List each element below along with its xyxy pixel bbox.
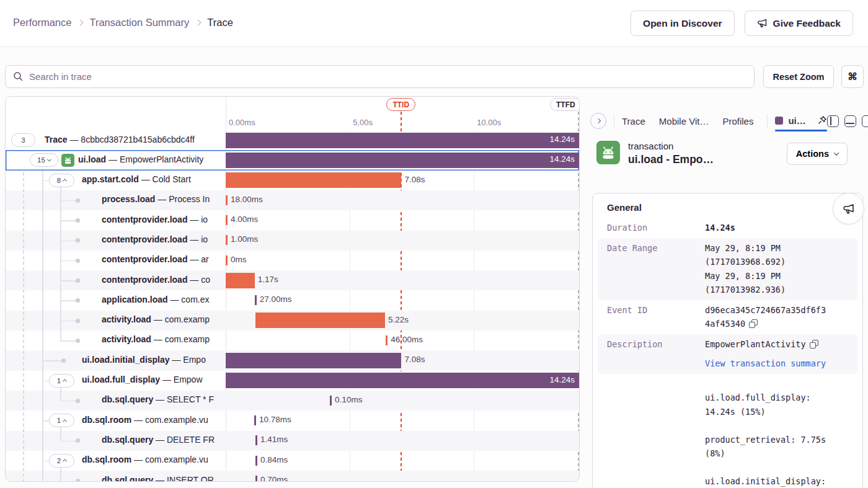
trace-row-db.sql.query[interactable]: db.sql.query — DELETE FR1.41ms — [6, 430, 579, 450]
span-tree-cell[interactable]: 8app.start.cold — Cold Start — [6, 171, 226, 190]
copy-icon[interactable] — [810, 340, 818, 348]
span-tree-cell[interactable]: ui.load.initial_display — Empo — [6, 350, 226, 370]
span-duration-bar[interactable] — [226, 373, 579, 388]
span-tree-cell[interactable]: contentprovider.load — io — [6, 230, 226, 250]
children-count-pill[interactable]: 3 — [11, 133, 35, 147]
span-waterfall-cell[interactable]: 27.00ms — [226, 290, 579, 310]
actions-button[interactable]: Actions — [787, 143, 848, 165]
span-tree-cell[interactable]: contentprovider.load — io — [6, 210, 226, 230]
tab-trace[interactable]: Trace — [622, 116, 645, 126]
trace-row-ui.load[interactable]: 15ui.load — EmpowerPlantActivity14.24s — [6, 150, 579, 170]
tab-mobile-vit-[interactable]: Mobile Vit… — [659, 116, 709, 126]
open-in-discover-button[interactable]: Open in Discover — [631, 11, 734, 36]
trace-row-activity.load[interactable]: activity.load — com.examp5.22s — [6, 311, 579, 331]
ttfd-marker-pill[interactable]: TTFD — [550, 98, 580, 111]
span-waterfall-cell[interactable]: 0.84ms — [226, 451, 579, 471]
span-tree-cell[interactable]: activity.load — com.examp — [6, 311, 226, 331]
layout-panel-bottom-icon[interactable] — [844, 115, 856, 127]
span-tree-cell[interactable]: contentprovider.load — ar — [6, 251, 226, 270]
span-waterfall-cell[interactable]: 46.00ms — [226, 331, 579, 350]
ttid-marker-pill[interactable]: TTID — [386, 98, 415, 111]
span-duration-bar[interactable] — [226, 195, 228, 205]
span-waterfall-cell[interactable]: 0.10ms — [226, 391, 579, 410]
children-count-pill[interactable]: 1 — [49, 414, 74, 427]
tab-profiles[interactable]: Profiles — [722, 116, 753, 126]
trace-row-Trace[interactable]: 3Trace — 8cbbcd38721b415ab6cbdc4ff14.24s — [6, 130, 579, 150]
span-waterfall-cell[interactable]: 14.24s — [226, 130, 579, 150]
span-duration-bar[interactable] — [226, 353, 401, 368]
children-count-pill[interactable]: 2 — [49, 454, 74, 468]
breadcrumb-performance[interactable]: Performance — [13, 17, 71, 29]
layout-sidebar-right-icon[interactable] — [862, 115, 868, 127]
trace-row-contentprovider.load[interactable]: contentprovider.load — io4.00ms — [6, 210, 579, 230]
trace-row-ui.load.initial_display[interactable]: ui.load.initial_display — Empo7.08s — [6, 350, 579, 370]
span-waterfall-cell[interactable]: 14.24s — [226, 150, 579, 170]
span-duration-bar[interactable] — [226, 235, 228, 245]
span-duration-bar[interactable] — [255, 313, 385, 328]
span-duration-bar[interactable] — [226, 153, 579, 168]
trace-row-activity.load[interactable]: activity.load — com.examp46.00ms — [6, 331, 579, 350]
trace-row-contentprovider.load[interactable]: contentprovider.load — io1.00ms — [6, 230, 579, 250]
feedback-float-button[interactable] — [833, 193, 864, 224]
trace-row-db.sql.query[interactable]: db.sql.query — SELECT * F0.10ms — [6, 391, 579, 410]
span-waterfall-cell[interactable]: 0ms — [226, 251, 579, 270]
span-duration-bar[interactable] — [226, 172, 401, 188]
span-tree-cell[interactable]: contentprovider.load — co — [6, 270, 226, 290]
span-tree-cell[interactable]: application.load — com.ex — [6, 290, 226, 310]
span-duration-bar[interactable] — [226, 133, 579, 148]
trace-row-process.load[interactable]: process.load — Process In18.00ms — [6, 190, 579, 210]
span-tree-cell[interactable]: activity.load — com.examp — [6, 331, 226, 350]
span-tree-cell[interactable]: db.sql.query — INSERT OR — [6, 471, 226, 482]
span-tree-cell[interactable]: 3Trace — 8cbbcd38721b415ab6cbdc4ff — [6, 130, 226, 150]
children-count-pill[interactable]: 15 — [30, 153, 58, 167]
span-duration-bar[interactable] — [255, 295, 257, 305]
span-waterfall-cell[interactable]: 14.24s — [226, 371, 579, 391]
trace-row-db.sql.query[interactable]: db.sql.query — INSERT OR0.70ms — [6, 471, 579, 482]
trace-row-db.sql.room[interactable]: 1db.sql.room — com.example.vu10.78ms — [6, 410, 579, 430]
span-duration-bar[interactable] — [255, 435, 257, 445]
span-tree-cell[interactable]: db.sql.query — DELETE FR — [6, 430, 226, 450]
trace-row-db.sql.room[interactable]: 2db.sql.room — com.example.vu0.84ms — [6, 451, 579, 471]
tab-ui-load-active[interactable]: ui… — [775, 115, 826, 127]
command-shortcut-button[interactable]: ⌘ — [841, 65, 864, 88]
trace-row-ui.load.full_display[interactable]: 1ui.load.full_display — Empow14.24s — [6, 371, 579, 391]
reset-zoom-button[interactable]: Reset Zoom — [763, 65, 834, 88]
span-waterfall-cell[interactable]: 7.08s — [226, 350, 579, 370]
children-count-pill[interactable]: 1 — [49, 374, 74, 388]
give-feedback-button[interactable]: Give Feedback — [745, 11, 853, 36]
span-waterfall-cell[interactable]: 0.70ms — [226, 471, 579, 482]
span-waterfall-cell[interactable]: 1.17s — [226, 270, 579, 290]
span-duration-bar[interactable] — [255, 476, 257, 482]
span-tree-cell[interactable]: 15ui.load — EmpowerPlantActivity — [6, 150, 226, 170]
span-duration-bar[interactable] — [386, 335, 388, 345]
span-duration-bar[interactable] — [330, 396, 332, 406]
pin-icon[interactable] — [817, 115, 827, 125]
span-duration-bar[interactable] — [226, 255, 228, 265]
span-tree-cell[interactable]: 1db.sql.room — com.example.vu — [6, 410, 226, 430]
span-tree-cell[interactable]: db.sql.query — SELECT * F — [6, 391, 226, 410]
children-count-pill[interactable]: 8 — [49, 174, 74, 187]
span-tree-cell[interactable]: 2db.sql.room — com.example.vu — [6, 451, 226, 471]
span-waterfall-cell[interactable]: 7.08s — [226, 171, 579, 190]
trace-row-application.load[interactable]: application.load — com.ex27.00ms — [6, 290, 579, 310]
span-duration-bar[interactable] — [226, 273, 255, 288]
span-waterfall-cell[interactable]: 5.22s — [226, 311, 579, 331]
search-input[interactable] — [5, 65, 755, 88]
span-waterfall-cell[interactable]: 4.00ms — [226, 210, 579, 230]
span-waterfall-cell[interactable]: 10.78ms — [226, 410, 579, 430]
span-duration-bar[interactable] — [255, 456, 257, 466]
expand-panel-button[interactable] — [590, 113, 606, 129]
span-waterfall-cell[interactable]: 1.00ms — [226, 230, 579, 250]
span-tree-cell[interactable]: process.load — Process In — [6, 190, 226, 210]
trace-row-contentprovider.load[interactable]: contentprovider.load — co1.17s — [6, 270, 579, 290]
span-tree-cell[interactable]: 1ui.load.full_display — Empow — [6, 371, 226, 391]
trace-row-app.start.cold[interactable]: 8app.start.cold — Cold Start7.08s — [6, 171, 579, 190]
span-waterfall-cell[interactable]: 1.41ms — [226, 430, 579, 450]
copy-icon[interactable] — [749, 319, 758, 328]
span-duration-bar[interactable] — [254, 415, 256, 425]
layout-sidebar-left-icon[interactable] — [827, 115, 839, 127]
view-transaction-summary-link[interactable]: View transaction summary — [705, 357, 826, 371]
trace-row-contentprovider.load[interactable]: contentprovider.load — ar0ms — [6, 251, 579, 270]
span-duration-bar[interactable] — [226, 215, 228, 225]
span-waterfall-cell[interactable]: 18.00ms — [226, 190, 579, 210]
